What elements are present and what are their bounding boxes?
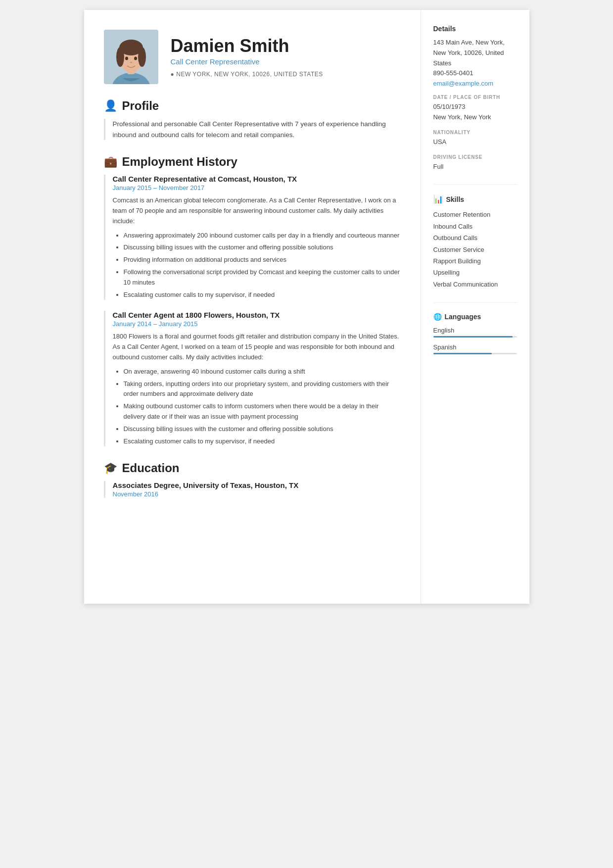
graduation-icon: 🎓: [104, 462, 117, 475]
candidate-title: Call Center Representative: [171, 57, 323, 66]
birth-place: New York, New York: [433, 112, 517, 123]
globe-icon: 🌐: [433, 313, 442, 321]
employment-title: Employment History: [122, 155, 237, 169]
language-item-english: English: [433, 327, 517, 338]
entry-1-date: January 2015 – November 2017: [113, 184, 401, 192]
language-name-english: English: [433, 327, 517, 334]
email-link[interactable]: email@example.com: [433, 80, 494, 87]
nationality: USA: [433, 137, 517, 147]
entry-2-bullets: On average, answering 40 inbound custome…: [113, 367, 401, 447]
candidate-location: ● NEW YORK, NEW YORK, 10026, UNITED STAT…: [171, 71, 323, 78]
language-bar-bg-english: [433, 336, 517, 338]
divider-2: [433, 302, 517, 303]
entry-2-date: January 2014 – January 2015: [113, 320, 401, 328]
dob: 05/10/1973: [433, 102, 517, 112]
dob-label: DATE / PLACE OF BIRTH: [433, 95, 517, 100]
sidebar: Details 143 Main Ave, New York, New York…: [421, 10, 529, 604]
profile-title: Profile: [122, 99, 159, 113]
edu-entry-1-title: Associates Degree, University of Texas, …: [113, 481, 401, 489]
skill-item: Upselling: [433, 267, 517, 278]
list-item: Escalating customer calls to my supervis…: [124, 290, 401, 300]
svg-point-7: [125, 57, 128, 60]
driving-license: Full: [433, 162, 517, 172]
list-item: Taking orders, inputting orders into our…: [124, 379, 401, 400]
employment-section: 💼 Employment History Call Center Represe…: [104, 155, 401, 446]
language-bar-fill-english: [433, 336, 513, 338]
driving-label: DRIVING LICENSE: [433, 154, 517, 160]
languages-section: 🌐 Languages English Spanish: [433, 313, 517, 354]
pin-icon: ●: [171, 71, 175, 78]
language-item-spanish: Spanish: [433, 343, 517, 354]
skill-item: Customer Retention: [433, 209, 517, 220]
language-name-spanish: Spanish: [433, 343, 517, 351]
avatar: [104, 30, 158, 84]
profile-text: Professional and personable Call Center …: [104, 119, 401, 140]
list-item: Discussing billing issues with the custo…: [124, 242, 401, 253]
entry-2-title: Call Center Agent at 1800 Flowers, Houst…: [113, 311, 401, 319]
main-content: Damien Smith Call Center Representative …: [84, 10, 421, 604]
list-item: Answering approximately 200 inbound cust…: [124, 231, 401, 241]
svg-point-6: [138, 47, 146, 67]
resume-container: Damien Smith Call Center Representative …: [84, 10, 529, 604]
address: 143 Main Ave, New York, New York, 10026,…: [433, 38, 517, 68]
svg-point-5: [116, 47, 124, 67]
language-bar-fill-spanish: [433, 353, 492, 354]
skills-section-title: 📊 Skills: [433, 194, 517, 204]
list-item: Escalating customer calls to my supervis…: [124, 436, 401, 447]
list-item: Discussing billing issues with the custo…: [124, 424, 401, 434]
skills-icon: 📊: [433, 194, 443, 204]
nationality-label: NATIONALITY: [433, 130, 517, 135]
list-item: Providing information on additional prod…: [124, 255, 401, 265]
profile-icon: 👤: [104, 99, 117, 112]
divider-1: [433, 184, 517, 185]
svg-point-9: [130, 62, 132, 63]
education-section-header: 🎓 Education: [104, 461, 401, 475]
list-item: On average, answering 40 inbound custome…: [124, 367, 401, 377]
entry-2-desc: 1800 Flowers is a floral and gourmet foo…: [113, 332, 401, 362]
skill-item: Verbal Communication: [433, 279, 517, 290]
skill-item: Inbound Calls: [433, 221, 517, 232]
list-item: Following the conversational script prov…: [124, 267, 401, 288]
entry-1-desc: Comcast is an American global telecom co…: [113, 195, 401, 226]
education-entry-1: Associates Degree, University of Texas, …: [104, 481, 401, 498]
edu-entry-1-date: November 2016: [113, 490, 401, 498]
candidate-name: Damien Smith: [171, 36, 323, 56]
entry-1-bullets: Answering approximately 200 inbound cust…: [113, 231, 401, 300]
language-bar-bg-spanish: [433, 353, 517, 354]
resume-header: Damien Smith Call Center Representative …: [104, 30, 401, 84]
details-section: Details 143 Main Ave, New York, New York…: [433, 25, 517, 172]
briefcase-icon: 💼: [104, 155, 117, 168]
education-section: 🎓 Education Associates Degree, Universit…: [104, 461, 401, 498]
skills-section: 📊 Skills Customer Retention Inbound Call…: [433, 194, 517, 290]
employment-entry-2: Call Center Agent at 1800 Flowers, Houst…: [104, 311, 401, 446]
list-item: Making outbound customer calls to inform…: [124, 401, 401, 422]
skill-item: Customer Service: [433, 244, 517, 255]
details-title: Details: [433, 25, 517, 33]
profile-section: 👤 Profile Professional and personable Ca…: [104, 99, 401, 140]
employment-entry-1: Call Center Representative at Comcast, H…: [104, 175, 401, 300]
svg-point-8: [134, 57, 137, 60]
header-info: Damien Smith Call Center Representative …: [171, 36, 323, 78]
languages-section-title: 🌐 Languages: [433, 313, 517, 321]
skill-item: Outbound Calls: [433, 232, 517, 243]
education-title: Education: [122, 461, 180, 475]
phone: 890-555-0401: [433, 68, 517, 79]
profile-section-header: 👤 Profile: [104, 99, 401, 113]
skill-item: Rapport Building: [433, 255, 517, 267]
entry-1-title: Call Center Representative at Comcast, H…: [113, 175, 401, 183]
employment-section-header: 💼 Employment History: [104, 155, 401, 169]
